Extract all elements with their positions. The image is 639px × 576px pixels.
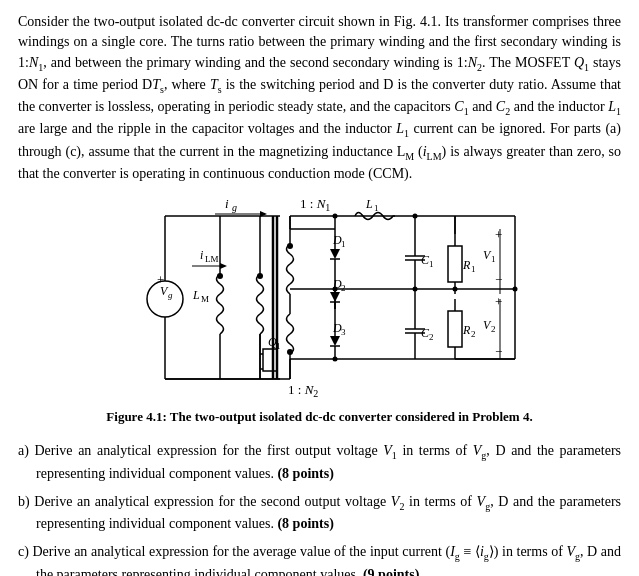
svg-rect-98 bbox=[448, 311, 462, 347]
svg-text:1 : N1: 1 : N1 bbox=[300, 196, 330, 213]
svg-text:+: + bbox=[495, 294, 502, 309]
question-b-label: b) bbox=[18, 494, 30, 509]
question-a-label: a) bbox=[18, 443, 29, 458]
svg-point-81 bbox=[452, 287, 457, 292]
question-c: c) Derive an analytical expression for t… bbox=[18, 542, 621, 576]
svg-rect-25 bbox=[263, 349, 277, 371]
svg-point-34 bbox=[287, 243, 293, 249]
svg-text:R: R bbox=[462, 258, 471, 272]
question-a: a) Derive an analytical expression for t… bbox=[18, 441, 621, 484]
svg-marker-16 bbox=[220, 263, 227, 269]
svg-point-21 bbox=[217, 273, 223, 279]
question-c-points: (9 points) bbox=[363, 567, 419, 576]
intro-paragraph: Consider the two-output isolated dc-dc c… bbox=[18, 12, 621, 184]
svg-text:L: L bbox=[192, 288, 200, 302]
svg-point-37 bbox=[287, 349, 293, 355]
svg-text:i: i bbox=[225, 196, 229, 211]
svg-rect-68 bbox=[448, 246, 462, 282]
svg-text:−: − bbox=[495, 344, 502, 359]
svg-point-89 bbox=[332, 357, 337, 362]
svg-text:M: M bbox=[201, 294, 209, 304]
svg-point-24 bbox=[257, 273, 263, 279]
question-a-points: (8 points) bbox=[277, 466, 333, 481]
svg-text:−: − bbox=[495, 272, 502, 287]
svg-text:LM: LM bbox=[205, 254, 219, 264]
svg-text:+: + bbox=[495, 227, 502, 242]
svg-text:2: 2 bbox=[491, 324, 496, 334]
svg-text:i: i bbox=[200, 248, 203, 262]
question-b-points: (8 points) bbox=[277, 516, 333, 531]
svg-text:1: 1 bbox=[491, 254, 496, 264]
svg-text:g: g bbox=[232, 202, 237, 213]
figure-caption: Figure 4.1: The two-output isolated dc-d… bbox=[106, 408, 532, 427]
svg-point-58 bbox=[332, 214, 337, 219]
svg-text:2: 2 bbox=[429, 332, 434, 342]
figure-caption-bold: Figure 4.1: bbox=[106, 409, 166, 424]
svg-text:1: 1 bbox=[341, 239, 346, 249]
svg-point-111 bbox=[512, 287, 517, 292]
svg-text:3: 3 bbox=[341, 327, 346, 337]
svg-point-79 bbox=[332, 287, 337, 292]
svg-text:2: 2 bbox=[341, 283, 346, 293]
svg-text:1: 1 bbox=[374, 203, 379, 213]
svg-text:1: 1 bbox=[429, 259, 434, 269]
svg-text:L: L bbox=[365, 197, 373, 211]
svg-text:+: + bbox=[157, 272, 164, 287]
circuit-diagram: i g 1 : N1 V g + i LM L M bbox=[105, 194, 535, 404]
figure-area: i g 1 : N1 V g + i LM L M bbox=[18, 194, 621, 437]
svg-marker-84 bbox=[330, 336, 340, 346]
question-b: b) Derive an analytical expression for t… bbox=[18, 492, 621, 535]
question-c-label: c) bbox=[18, 544, 29, 559]
svg-text:2: 2 bbox=[471, 329, 476, 339]
svg-text:R: R bbox=[462, 323, 471, 337]
svg-point-66 bbox=[412, 214, 417, 219]
svg-text:1: 1 bbox=[471, 264, 476, 274]
svg-text:1 : N2: 1 : N2 bbox=[288, 382, 318, 399]
svg-marker-45 bbox=[330, 249, 340, 259]
svg-text:g: g bbox=[168, 290, 173, 300]
figure-caption-rest: The two-output isolated dc-dc converter … bbox=[167, 409, 533, 424]
